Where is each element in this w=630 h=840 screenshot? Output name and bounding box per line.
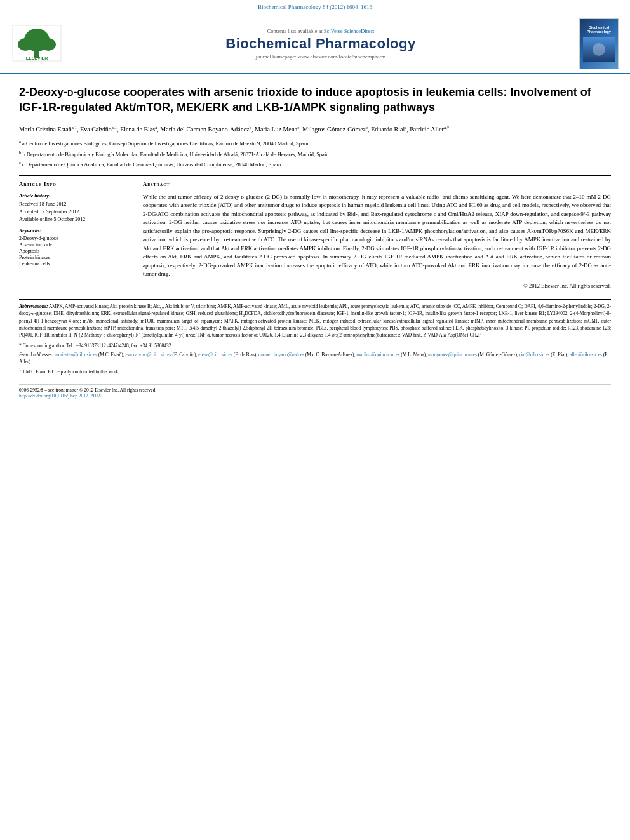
affiliation-c: c c Departamento de Química Analítica, F… [19, 159, 611, 169]
footnotes-section: * Corresponding author. Tel.: +34 918373… [19, 342, 611, 375]
affiliation-b: b b Departamento de Bioquímica y Biologí… [19, 149, 611, 159]
cover-title: BiochemicalPharmacology [587, 25, 611, 34]
homepage-text: journal homepage: www.elsevier.com/locat… [256, 53, 385, 60]
issn-line: 0006-2952/$ – see front matter © 2012 El… [19, 387, 611, 393]
received-date: Received 18 June 2012 [19, 201, 130, 208]
keywords-block: Keywords: 2-Deoxy-d-glucose Arsenic trio… [19, 228, 130, 267]
abstract-column: Abstract While the anti-tumor efficacy o… [143, 181, 611, 289]
email-ec[interactable]: eva.calvino@cib.csic.es [125, 352, 171, 357]
email-mg[interactable]: mmgomez@quim.ucm.es [428, 352, 477, 357]
journal-reference: Biochemical Pharmacology 84 (2012) 1604–… [0, 0, 630, 13]
keyword-4: Protein kinases [19, 255, 130, 260]
affil-c-text: c Departamento de Química Analítica, Fac… [22, 161, 281, 168]
bottom-section: Abbreviations: AMPK, AMP-activated kinas… [19, 299, 611, 399]
email-pa[interactable]: aller@cib.csic.es [570, 352, 602, 357]
journal-center: Contents lists available at SciVerse Sci… [69, 28, 573, 60]
corresponding-text: * Corresponding author. Tel.: +34 918373… [19, 343, 172, 349]
footer-bar: 0006-2952/$ – see front matter © 2012 El… [19, 384, 611, 399]
abstract-heading: Abstract [143, 181, 611, 189]
abbreviations-label: Abbreviations: [19, 303, 48, 309]
affil-a-text: a Centro de Investigaciones Biológicas, … [22, 140, 308, 147]
affiliation-a: a a Centro de Investigaciones Biológicas… [19, 138, 611, 148]
equal-contribution-footnote: 1 1 M.C.E and E.C. equally contributed t… [19, 366, 611, 375]
history-label: Article history: [19, 193, 130, 199]
copyright-line: © 2012 Elsevier Inc. All rights reserved… [143, 283, 611, 289]
journal-title: Biochemical Pharmacology [69, 36, 573, 52]
equal-contribution-text: 1 M.C.E and E.C. equally contributed to … [22, 369, 119, 375]
article-info-column: Article Info Article history: Received 1… [19, 181, 130, 289]
email-eb[interactable]: elena@cib.csic.es [198, 352, 232, 357]
sciverse-text: Contents lists available at [267, 28, 323, 34]
available-date: Available online 5 October 2012 [19, 216, 130, 223]
doi-line: http://dx.doi.org/10.1016/j.bcp.2012.09.… [19, 393, 611, 399]
abstract-text: While the anti-tumor efficacy of 2-deoxy… [143, 193, 611, 279]
sciverse-bar: Contents lists available at SciVerse Sci… [69, 28, 573, 34]
svg-point-3 [18, 38, 33, 51]
main-content: 2-Deoxy-d-glucose cooperates with arseni… [0, 74, 630, 405]
abbreviations-text: Abbreviations: AMPK, AMP-activated kinas… [19, 303, 611, 339]
emails-label: E-mail addresses: [19, 352, 53, 357]
svg-point-4 [41, 38, 56, 51]
keyword-2: Arsenic trioxide [19, 242, 130, 248]
email-er[interactable]: rial@cib.csic.es [519, 352, 550, 357]
affiliations: a a Centro de Investigaciones Biológicas… [19, 138, 611, 169]
article-history-block: Article history: Received 18 June 2012 A… [19, 193, 130, 223]
elsevier-logo: ELSEVIER [11, 24, 62, 63]
doi-link[interactable]: http://dx.doi.org/10.1016/j.bcp.2012.09.… [19, 393, 102, 399]
email-mce[interactable]: mcriestan@cib.csic.es [55, 352, 97, 357]
keyword-5: Leukemia cells [19, 261, 130, 267]
page-wrapper: Biochemical Pharmacology 84 (2012) 1604–… [0, 0, 630, 840]
keyword-3: Apoptosis [19, 248, 130, 254]
journal-cover: BiochemicalPharmacology [579, 18, 619, 69]
accepted-date: Accepted 17 September 2012 [19, 208, 130, 215]
affil-b-text: b Departamento de Bioquímica y Biología … [22, 150, 328, 157]
divider-top [19, 175, 611, 176]
article-title: 2-Deoxy-d-glucose cooperates with arseni… [19, 84, 611, 116]
keywords-label: Keywords: [19, 228, 130, 234]
email-cb[interactable]: carmen.boyano@uah.es [258, 352, 304, 357]
authors-line: María Cristina Estaña,1, Eva Calviñoa,1,… [19, 124, 611, 135]
corresponding-footnote: * Corresponding author. Tel.: +34 918373… [19, 342, 611, 349]
article-info-heading: Article Info [19, 181, 130, 189]
svg-text:ELSEVIER: ELSEVIER [26, 56, 48, 60]
email-footnote: E-mail addresses: mcriestan@cib.csic.es … [19, 351, 611, 366]
journal-ref-text: Biochemical Pharmacology 84 (2012) 1604–… [258, 4, 372, 10]
sciverse-link[interactable]: SciVerse ScienceDirect [324, 28, 375, 34]
email-ml[interactable]: mariluz@quim.ucm.es [356, 352, 399, 357]
journal-header: ELSEVIER Contents lists available at Sci… [0, 13, 630, 74]
keyword-1: 2-Deoxy-d-glucose [19, 236, 130, 241]
journal-homepage: journal homepage: www.elsevier.com/locat… [69, 53, 573, 60]
two-column-section: Article Info Article history: Received 1… [19, 181, 611, 289]
